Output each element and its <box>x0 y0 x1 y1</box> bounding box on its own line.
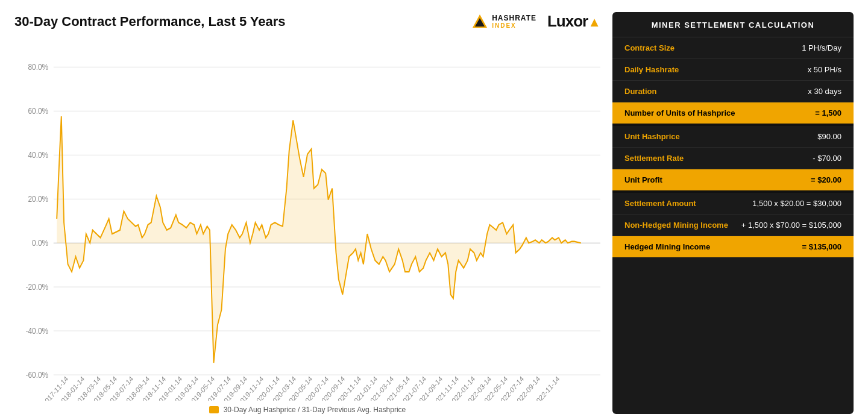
calc-row-daily-hashrate: Daily Hashrate x 50 PH/s <box>612 59 854 81</box>
calc-panel-title: MINER SETTLEMENT CALCULATION <box>612 12 854 37</box>
calc-row-unit-hashprice: Unit Hashprice $90.00 <box>612 126 854 148</box>
svg-text:80.0%: 80.0% <box>28 62 49 72</box>
calc-row-settlement-amount: Settlement Amount 1,500 x $20.00 = $30,0… <box>612 193 854 215</box>
svg-text:-20.0%: -20.0% <box>26 282 49 292</box>
calc-value-unit-profit: = $20.00 <box>811 175 841 184</box>
calc-label-daily-hashrate: Daily Hashrate <box>624 65 679 74</box>
chart-section: 30-Day Contract Performance, Last 5 Year… <box>14 12 600 414</box>
calc-value-daily-hashrate: x 50 PH/s <box>808 65 841 74</box>
calc-value-settlement-amount: 1,500 x $20.00 = $30,000 <box>752 199 841 208</box>
calc-label-contract-size: Contract Size <box>624 43 675 52</box>
chart-legend: 30-Day Aug Hashprice / 31-Day Previous A… <box>14 406 600 414</box>
calc-row-duration: Duration x 30 days <box>612 81 854 102</box>
hashrate-triangle-icon <box>471 13 488 30</box>
calc-value-hedged: = $135,000 <box>802 242 841 251</box>
calc-value-duration: x 30 days <box>808 87 841 96</box>
logo-area: HASHRATE INDEX Luxor▲ <box>471 12 600 31</box>
calc-row-non-hedged: Non-Hedged Mining Income + 1,500 x $70.0… <box>612 215 854 236</box>
calc-label-units-hashprice: Number of Units of Hashprice <box>624 108 735 118</box>
svg-text:40.0%: 40.0% <box>28 150 49 160</box>
svg-text:-60.0%: -60.0% <box>26 370 49 380</box>
calc-value-units-hashprice: = 1,500 <box>815 108 841 118</box>
hashrate-logo-text: HASHRATE INDEX <box>492 14 536 29</box>
chart-wrapper: 80.0% 60.0% 40.0% 20.0% 0.0% -20.0% -40.… <box>14 37 600 401</box>
calc-row-hedged: Hedged Mining Income = $135,000 <box>612 236 854 257</box>
calc-row-contract-size: Contract Size 1 PH/s/Day <box>612 37 854 59</box>
calc-label-unit-hashprice: Unit Hashprice <box>624 132 680 141</box>
svg-text:0.0%: 0.0% <box>32 238 48 248</box>
calc-value-settlement-rate: - $70.00 <box>813 154 841 163</box>
legend-swatch <box>209 406 219 413</box>
calc-label-non-hedged: Non-Hedged Mining Income <box>624 221 728 230</box>
calc-value-non-hedged: + 1,500 x $70.00 = $105,000 <box>741 221 841 230</box>
svg-text:-40.0%: -40.0% <box>26 326 49 336</box>
calc-value-contract-size: 1 PH/s/Day <box>802 43 841 52</box>
chart-title: 30-Day Contract Performance, Last 5 Year… <box>14 14 286 30</box>
luxor-logo: Luxor▲ <box>547 12 600 31</box>
calc-panel: MINER SETTLEMENT CALCULATION Contract Si… <box>612 12 854 414</box>
calc-label-unit-profit: Unit Profit <box>624 175 662 184</box>
calc-label-duration: Duration <box>624 87 656 96</box>
chart-header: 30-Day Contract Performance, Last 5 Year… <box>14 12 600 31</box>
chart-svg: 80.0% 60.0% 40.0% 20.0% 0.0% -20.0% -40.… <box>14 37 600 401</box>
calc-label-settlement-amount: Settlement Amount <box>624 199 696 208</box>
svg-text:20.0%: 20.0% <box>28 194 49 204</box>
main-container: 30-Day Contract Performance, Last 5 Year… <box>0 0 868 420</box>
calc-row-settlement-rate: Settlement Rate - $70.00 <box>612 148 854 169</box>
calc-label-hedged: Hedged Mining Income <box>624 242 710 251</box>
calc-row-units-hashprice: Number of Units of Hashprice = 1,500 <box>612 102 854 124</box>
svg-text:60.0%: 60.0% <box>28 106 49 116</box>
calc-row-unit-profit: Unit Profit = $20.00 <box>612 169 854 190</box>
legend-label: 30-Day Aug Hashprice / 31-Day Previous A… <box>224 406 406 414</box>
calc-label-settlement-rate: Settlement Rate <box>624 154 684 163</box>
calc-value-unit-hashprice: $90.00 <box>817 132 841 141</box>
hashrate-logo: HASHRATE INDEX <box>471 13 536 30</box>
